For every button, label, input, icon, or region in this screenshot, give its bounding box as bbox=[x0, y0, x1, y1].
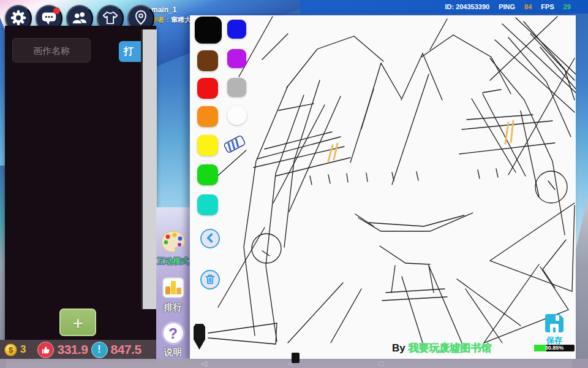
nav-recents-icon[interactable]: □ bbox=[379, 359, 383, 367]
sketch-stroke bbox=[459, 143, 555, 154]
sketch-stroke bbox=[287, 36, 383, 88]
alert-value: 847.5 bbox=[111, 342, 141, 357]
save-button[interactable]: 保存 bbox=[534, 312, 575, 346]
save-progress-text: 30.85% bbox=[534, 345, 575, 351]
help-question-icon: ? bbox=[162, 321, 185, 345]
ranking-button[interactable]: 排行 bbox=[156, 277, 190, 313]
sketch-stroke bbox=[392, 74, 429, 185]
sketch-stroke bbox=[262, 251, 270, 256]
player-id: ID: 204353390 bbox=[445, 3, 489, 10]
room-name: main_1 bbox=[151, 6, 176, 14]
clear-button[interactable] bbox=[200, 270, 220, 289]
sketch-stroke bbox=[218, 228, 265, 307]
sketch-stroke bbox=[401, 53, 442, 100]
swatch-orange[interactable] bbox=[197, 106, 218, 127]
swatch-brown[interactable] bbox=[197, 50, 218, 71]
sketch-stroke bbox=[417, 172, 418, 180]
save-progress-bar: 30.85% bbox=[534, 345, 575, 351]
sketch-stroke bbox=[466, 289, 502, 343]
sketch-stroke bbox=[530, 34, 575, 80]
swatch-gray[interactable] bbox=[227, 78, 246, 97]
sketch-stroke bbox=[391, 266, 395, 293]
sketch-stroke bbox=[483, 90, 501, 93]
sketch-stroke bbox=[511, 121, 513, 142]
sketch-stroke bbox=[334, 144, 337, 159]
chat-notification-dot bbox=[53, 7, 60, 14]
sketch-stroke bbox=[208, 323, 277, 333]
sketch-stroke bbox=[490, 58, 565, 235]
fps-label: FPS bbox=[541, 3, 554, 10]
sketch-stroke bbox=[310, 176, 312, 185]
sketch-stroke bbox=[328, 145, 333, 161]
sketch-stroke bbox=[284, 80, 320, 247]
swatch-blue[interactable] bbox=[227, 20, 246, 39]
fps-value: 29 bbox=[564, 3, 571, 10]
sketch-stroke bbox=[495, 40, 575, 112]
help-button[interactable]: ? 说明 bbox=[156, 321, 190, 358]
sketch-stroke bbox=[457, 279, 521, 326]
sketch-stroke bbox=[361, 63, 401, 129]
eraser-tool[interactable] bbox=[222, 132, 247, 156]
ranking-podium-icon bbox=[162, 291, 185, 301]
sketch-stroke bbox=[380, 246, 430, 264]
ranking-label: 排行 bbox=[156, 302, 190, 313]
thumbs-up-icon bbox=[37, 342, 54, 358]
sketch-stroke bbox=[521, 111, 539, 197]
interactive-mode-button[interactable]: 互动模式 bbox=[156, 229, 190, 267]
credit-line: By 我要玩废墟图书馆 bbox=[392, 341, 491, 355]
status-bar: ID: 204353390 PING 84 FPS 29 bbox=[300, 0, 588, 13]
interactive-mode-label: 互动模式 bbox=[156, 256, 190, 267]
nav-back-icon[interactable]: ◁ bbox=[201, 359, 207, 367]
eraser-icon bbox=[222, 149, 247, 158]
swatch-purple[interactable] bbox=[227, 49, 246, 68]
artwork-name-input[interactable] bbox=[12, 38, 91, 63]
sketch-stroke bbox=[472, 99, 516, 172]
credit-prefix: By bbox=[392, 342, 408, 354]
sketch-stroke bbox=[478, 170, 480, 178]
help-label: 说明 bbox=[156, 347, 190, 358]
swatch-green[interactable] bbox=[197, 164, 218, 185]
sketch-circle bbox=[535, 171, 567, 203]
swatch-yellow[interactable] bbox=[197, 135, 218, 156]
sketch-stroke bbox=[328, 175, 330, 183]
sketch-stroke bbox=[279, 104, 314, 110]
sketch-stroke bbox=[483, 94, 526, 176]
coin-value: 3 bbox=[20, 343, 26, 356]
sketch-stroke bbox=[262, 34, 288, 59]
sketch-stroke bbox=[208, 338, 276, 344]
gallery-scrollbar[interactable] bbox=[141, 29, 157, 309]
sketch-stroke bbox=[265, 132, 332, 149]
pen-cursor bbox=[292, 353, 300, 363]
sketch-stroke bbox=[273, 105, 325, 203]
swatch-black[interactable] bbox=[195, 17, 222, 44]
sketch-stroke bbox=[429, 266, 434, 293]
sketch-stroke bbox=[496, 169, 498, 177]
sketch-stroke bbox=[350, 89, 374, 163]
sketch-stroke bbox=[548, 181, 555, 190]
undo-button[interactable] bbox=[200, 229, 220, 248]
ping-label: PING bbox=[499, 3, 515, 10]
sketch-stroke bbox=[266, 95, 304, 342]
sketch-stroke bbox=[347, 174, 348, 182]
trash-icon bbox=[204, 273, 216, 287]
sketch-stroke bbox=[276, 158, 350, 176]
drawing-canvas[interactable]: By 我要玩废墟图书馆 保存 30.85% bbox=[190, 15, 576, 359]
side-menu: 互动模式 排行 ? 说明 bbox=[156, 207, 190, 359]
sketch-stroke bbox=[244, 86, 288, 335]
chevron-left-icon bbox=[204, 232, 216, 246]
currency-bar: $ 3 331.9 ! 847.5 bbox=[0, 340, 157, 359]
sketch-stroke bbox=[369, 215, 464, 226]
sketch-drawing bbox=[190, 15, 576, 359]
swatch-cyan[interactable] bbox=[197, 194, 218, 215]
add-artwork-button[interactable]: ＋ bbox=[59, 309, 96, 336]
sketch-stroke bbox=[288, 283, 343, 343]
sketch-stroke bbox=[429, 266, 462, 343]
sketch-stroke bbox=[543, 240, 566, 288]
gallery-panel: 打 ＋ bbox=[5, 26, 156, 359]
sketch-stroke bbox=[331, 289, 361, 343]
sketch-stroke bbox=[355, 214, 374, 226]
swatch-red[interactable] bbox=[197, 78, 218, 99]
sketch-stroke bbox=[382, 297, 447, 301]
swatch-white[interactable] bbox=[227, 105, 247, 125]
like-value: 331.9 bbox=[57, 342, 88, 357]
